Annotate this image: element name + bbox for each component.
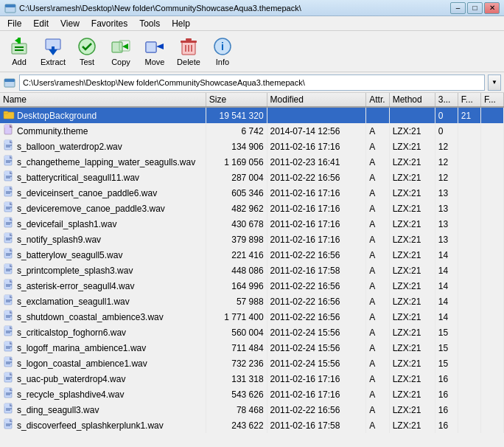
- table-row[interactable]: s_ding_seagull3.wav 78 468 2011-02-22 16…: [0, 402, 504, 417]
- svg-rect-28: [4, 111, 8, 114]
- cell-size: 287 004: [206, 170, 267, 185]
- cell-attr: A: [366, 263, 389, 278]
- cell-size: 543 626: [206, 387, 267, 402]
- table-row[interactable]: s_batterycritical_seagull11.wav 287 004 …: [0, 170, 504, 185]
- file-type-icon: [3, 403, 15, 417]
- col-header-ratio[interactable]: 3...: [435, 93, 458, 107]
- file-name: s_discoverfeed_splashkerplunk1.wav: [17, 420, 164, 431]
- cell-method: LZX:21: [389, 123, 435, 139]
- cell-size: 221 416: [206, 247, 267, 263]
- col-header-name[interactable]: Name: [0, 93, 206, 107]
- table-row[interactable]: s_logoff_marina_ambience1.wav 711 484 20…: [0, 340, 504, 356]
- table-row[interactable]: s_deviceinsert_canoe_paddle6.wav 605 346…: [0, 185, 504, 201]
- cell-size: 243 622: [206, 417, 267, 433]
- cell-modified: 2011-02-22 16:56: [267, 309, 366, 325]
- file-name: s_recycle_splashdive4.wav: [17, 389, 124, 400]
- address-dropdown[interactable]: ▼: [488, 74, 501, 91]
- svg-rect-78: [4, 280, 10, 283]
- svg-rect-103: [4, 357, 10, 360]
- file-name: s_logoff_marina_ambience1.wav: [17, 343, 146, 353]
- table-row[interactable]: s_criticalstop_foghorn6.wav 560 004 2011…: [0, 325, 504, 340]
- cell-size: 430 678: [206, 216, 267, 232]
- svg-rect-4: [18, 38, 21, 44]
- cell-size: 711 484: [206, 340, 267, 356]
- add-button[interactable]: Add: [3, 33, 35, 70]
- file-type-icon: [3, 108, 15, 122]
- col-header-attr[interactable]: Attr.: [366, 93, 389, 107]
- cell-attr: A: [366, 139, 389, 154]
- cell-size: 19 541 320: [206, 107, 267, 123]
- add-icon: [9, 36, 29, 57]
- cell-crc2: [480, 232, 503, 247]
- menu-edit[interactable]: Edit: [27, 17, 55, 30]
- table-row[interactable]: s_batterylow_seagull5.wav 221 416 2011-0…: [0, 247, 504, 263]
- cell-crc: [458, 340, 480, 356]
- cell-ratio: 16: [435, 417, 458, 433]
- cell-attr: A: [366, 309, 389, 325]
- cell-crc2: [480, 201, 503, 216]
- table-row[interactable]: DesktopBackground 19 541 320 0 21: [0, 107, 504, 123]
- cell-name: s_devicefail_splash1.wav: [0, 216, 206, 232]
- cell-size: 131 318: [206, 371, 267, 387]
- cell-ratio: 13: [435, 201, 458, 216]
- col-header-size[interactable]: Size: [206, 93, 267, 107]
- col-header-modified[interactable]: Modified: [267, 93, 366, 107]
- menu-favorites[interactable]: Favorites: [85, 17, 133, 30]
- cell-crc2: [480, 340, 503, 356]
- cell-modified: 2011-02-16 17:16: [267, 201, 366, 216]
- menu-help[interactable]: Help: [166, 17, 196, 30]
- copy-button[interactable]: Copy: [105, 33, 137, 70]
- svg-rect-16: [146, 42, 156, 52]
- table-row[interactable]: s_balloon_waterdrop2.wav 134 906 2011-02…: [0, 139, 504, 154]
- extract-button[interactable]: Extract: [37, 33, 69, 70]
- cell-ratio: 14: [435, 309, 458, 325]
- menu-tools[interactable]: Tools: [133, 17, 166, 30]
- table-row[interactable]: s_deviceremove_canoe_paddle3.wav 482 962…: [0, 201, 504, 216]
- minimize-button[interactable]: –: [450, 2, 466, 14]
- cell-crc2: [480, 247, 503, 263]
- table-row[interactable]: s_printcomplete_splash3.wav 448 086 2011…: [0, 263, 504, 278]
- test-button[interactable]: Test: [71, 33, 103, 70]
- table-row[interactable]: s_uac-pub_waterdrop4.wav 131 318 2011-02…: [0, 371, 504, 387]
- cell-attr: A: [366, 278, 389, 294]
- col-header-method[interactable]: Method: [389, 93, 435, 107]
- table-row[interactable]: s_asterisk-error_seagull4.wav 164 996 20…: [0, 278, 504, 294]
- file-name: Community.theme: [17, 126, 88, 136]
- table-row[interactable]: s_shutdown_coastal_ambience3.wav 1 771 4…: [0, 309, 504, 325]
- move-button[interactable]: Move: [139, 33, 171, 70]
- menu-file[interactable]: File: [1, 17, 27, 30]
- close-button[interactable]: ✕: [484, 2, 500, 14]
- table-row[interactable]: Community.theme 6 742 2014-07-14 12:56 A…: [0, 123, 504, 139]
- cell-attr: [366, 107, 389, 123]
- file-list-container[interactable]: Name Size Modified Attr. Method 3... F..…: [0, 93, 504, 447]
- table-row[interactable]: s_changetheme_lapping_water_seagulls.wav…: [0, 154, 504, 170]
- menu-view[interactable]: View: [55, 17, 85, 30]
- svg-rect-88: [4, 311, 10, 313]
- cell-name: s_batterylow_seagull5.wav: [0, 247, 206, 263]
- table-row[interactable]: s_recycle_splashdive4.wav 543 626 2011-0…: [0, 387, 504, 402]
- cell-modified: 2011-02-24 15:56: [267, 340, 366, 356]
- table-row[interactable]: s_notify_splash9.wav 379 898 2011-02-16 …: [0, 232, 504, 247]
- file-name: s_exclamation_seagull1.wav: [17, 297, 130, 307]
- table-row[interactable]: s_discoverfeed_splashkerplunk1.wav 243 6…: [0, 417, 504, 433]
- file-type-icon: [3, 201, 15, 215]
- info-button[interactable]: i Info: [206, 33, 239, 70]
- maximize-button[interactable]: □: [467, 2, 483, 14]
- file-name: s_criticalstop_foghorn6.wav: [17, 328, 126, 338]
- table-row[interactable]: s_devicefail_splash1.wav 430 678 2011-02…: [0, 216, 504, 232]
- file-name: s_batterylow_seagull5.wav: [17, 250, 122, 260]
- move-label: Move: [145, 58, 165, 66]
- info-icon: i: [212, 36, 233, 57]
- cell-crc2: [480, 371, 503, 387]
- cell-crc: [458, 232, 480, 247]
- address-input[interactable]: [19, 74, 485, 91]
- col-header-crc2[interactable]: F...: [480, 93, 503, 107]
- table-row[interactable]: s_logon_coastal_ambience1.wav 732 236 20…: [0, 356, 504, 371]
- delete-button[interactable]: Delete: [172, 33, 205, 70]
- table-row[interactable]: s_exclamation_seagull1.wav 57 988 2011-0…: [0, 294, 504, 309]
- col-header-crc[interactable]: F...: [458, 93, 480, 107]
- cell-ratio: 12: [435, 154, 458, 170]
- cell-modified: 2011-02-16 17:16: [267, 139, 366, 154]
- svg-point-10: [79, 38, 95, 55]
- cell-modified: 2011-02-22 16:56: [267, 278, 366, 294]
